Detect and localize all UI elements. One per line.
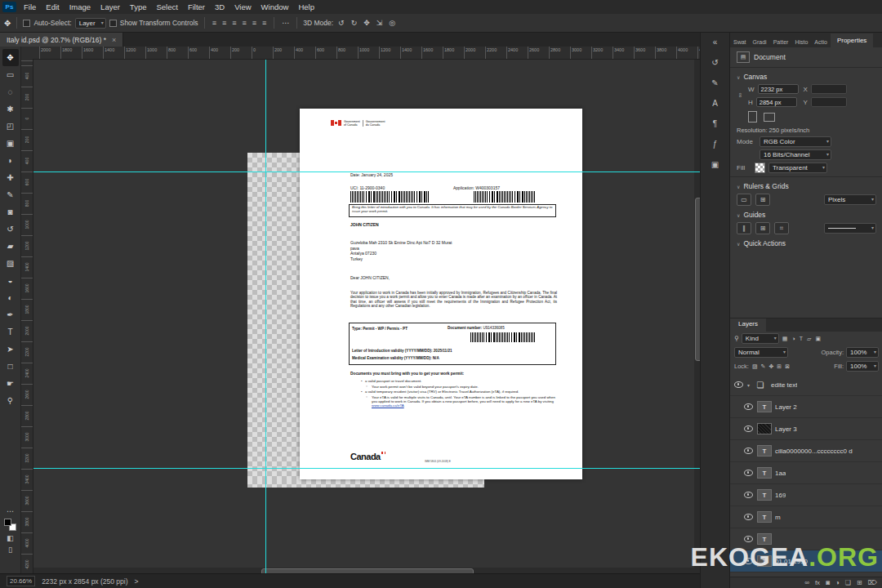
collapse-panels-icon[interactable]: « [713,38,718,47]
lock-position-icon[interactable]: ✥ [768,363,774,370]
visibility-eye-icon[interactable] [744,536,753,542]
portrait-orientation-button[interactable] [748,111,757,122]
opacity-select[interactable]: 100% [846,347,879,358]
eraser-tool[interactable]: ▰ [2,238,19,255]
quick-actions-section-header[interactable]: ∨ Quick Actions [737,239,876,247]
layer-name[interactable]: Layer 3 [775,425,797,433]
gradient-tool[interactable]: ▨ [2,255,19,272]
panel-tab[interactable]: Properties [831,33,873,47]
quick-selection-tool[interactable]: ✱ [2,100,19,118]
layer-name[interactable]: Layer 2 [775,403,797,411]
panel-tab[interactable]: Histo [791,37,811,47]
current-tool-icon[interactable]: ✥ [4,19,11,28]
shape-tool[interactable]: □ [2,358,19,375]
glyphs-panel-icon[interactable]: ƒ [713,140,718,149]
filter-shape-layers-icon[interactable]: ▱ [806,336,812,342]
toggle-rulers-icon[interactable]: ▭ [737,194,751,206]
layer-row[interactable]: ▾ cilla0000000...cccccccc0 d [730,440,882,462]
layer-thumbnail[interactable] [757,445,772,457]
menu-item[interactable]: Type [125,0,152,14]
hand-tool[interactable]: ☛ [2,375,19,392]
type-tool[interactable]: T [2,323,19,341]
layer-name[interactable]: cilla0000000...cccccccc0 d [775,448,853,455]
character-panel-icon[interactable]: A [712,99,718,108]
layer-row[interactable]: ▾ m [730,506,882,528]
layer-thumbnail[interactable] [757,401,772,412]
fill-swatch[interactable] [755,163,765,173]
document-tab[interactable]: Italy id.psd @ 20.7% (RGB/16) * × [0,33,123,47]
visibility-eye-icon[interactable] [734,381,743,388]
roll-3d-icon[interactable]: ↻ [350,19,359,27]
layer-thumbnail[interactable] [757,423,772,434]
visibility-eye-icon[interactable] [744,448,753,454]
brush-tool[interactable]: ✎ [2,186,19,203]
layer-thumbnail[interactable] [757,511,772,523]
lock-guides-icon[interactable]: ⊞ [755,222,770,234]
menu-item[interactable]: Select [151,0,182,14]
layer-row[interactable]: ▾ edite text [730,374,882,396]
foreground-color-swatch[interactable] [4,519,11,526]
filter-type-layers-icon[interactable]: T [799,336,804,342]
menu-item[interactable]: Image [65,0,96,14]
layer-effects-icon[interactable]: fx [815,579,820,586]
distribute-middle-icon[interactable]: ≡ [251,19,258,27]
fill-opacity-select[interactable]: 100% [846,361,879,372]
distribute-top-icon[interactable]: ≡ [240,19,247,27]
healing-brush-tool[interactable]: ✚ [2,169,19,186]
canvas-viewport[interactable]: Governmentof Canada Gouvernementdu Canad… [33,59,700,573]
link-layers-icon[interactable]: ∞ [804,579,809,586]
vertical-scrollbar[interactable] [694,59,700,573]
close-tab-icon[interactable]: × [112,36,116,44]
menu-item[interactable]: Window [256,0,294,14]
visibility-eye-icon[interactable] [744,514,753,520]
guides-section-header[interactable]: ∨ Guides [737,211,876,219]
toggle-grid-icon[interactable]: ⊞ [755,194,770,206]
history-panel-icon[interactable]: ↺ [711,58,718,67]
brushes-panel-icon[interactable]: ✎ [711,78,718,87]
show-transform-checkbox[interactable] [109,20,117,27]
menu-item[interactable]: Help [293,0,319,14]
layer-name[interactable]: edite text [771,381,797,389]
color-swatches[interactable] [4,519,16,531]
history-brush-tool[interactable]: ↺ [2,220,19,238]
marquee-tool[interactable]: ▭ [2,66,19,83]
clone-stamp-tool[interactable]: ◙ [2,203,19,220]
guide-horizontal[interactable] [33,468,700,469]
align-right-icon[interactable]: ≡ [230,19,238,27]
blur-tool[interactable]: ◒ [2,272,19,289]
guide-style-select[interactable] [824,223,876,234]
filter-pixel-layers-icon[interactable]: ▦ [782,336,789,342]
panel-tab[interactable]: Patter [770,37,792,47]
lock-artboard-icon[interactable]: ⊞ [776,363,782,370]
menu-item[interactable]: File [19,0,41,14]
ruler-origin-corner[interactable] [21,47,33,60]
layer-group-icon[interactable]: ❏ [845,579,851,586]
panel-tab[interactable]: Gradi [750,37,770,47]
link-dimensions-icon[interactable]: ∞ [737,92,744,99]
layer-name[interactable]: 1aa [775,470,786,477]
canvas-x-field[interactable] [811,84,847,94]
zoom-tool[interactable]: ⚲ [2,392,19,409]
auto-select-target-select[interactable]: Layer [75,18,106,29]
eyedropper-tool[interactable]: ◗ [2,152,19,169]
layer-row[interactable]: ▾ Layer 2 [730,396,882,418]
layer-row[interactable]: ▾ 1aa [730,462,882,484]
menu-item[interactable]: Edit [41,0,64,14]
align-left-icon[interactable]: ≡ [211,19,218,27]
drag-3d-icon[interactable]: ✥ [362,19,372,27]
canvas-section-header[interactable]: ∨ Canvas [737,73,876,81]
layer-name[interactable]: 169 [775,492,786,499]
guide-horizontal[interactable] [33,172,700,172]
menu-item[interactable]: Layer [96,0,125,14]
delete-layer-icon[interactable]: ⌦ [868,579,877,586]
slide-3d-icon[interactable]: ⇲ [375,19,385,27]
lasso-tool[interactable]: ◌ [2,83,19,100]
dodge-tool[interactable]: ◐ [2,289,19,306]
adjustment-layer-icon[interactable]: ◑ [835,579,840,586]
crop-tool[interactable]: ◰ [2,118,19,135]
paragraph-panel-icon[interactable]: ¶ [713,119,717,128]
layer-filter-select[interactable]: Kind [742,333,779,344]
filter-smart-object-icon[interactable]: ▣ [814,336,822,342]
menu-item[interactable]: Filter [183,0,210,14]
canvas-width-field[interactable]: 2232 px [758,84,799,94]
